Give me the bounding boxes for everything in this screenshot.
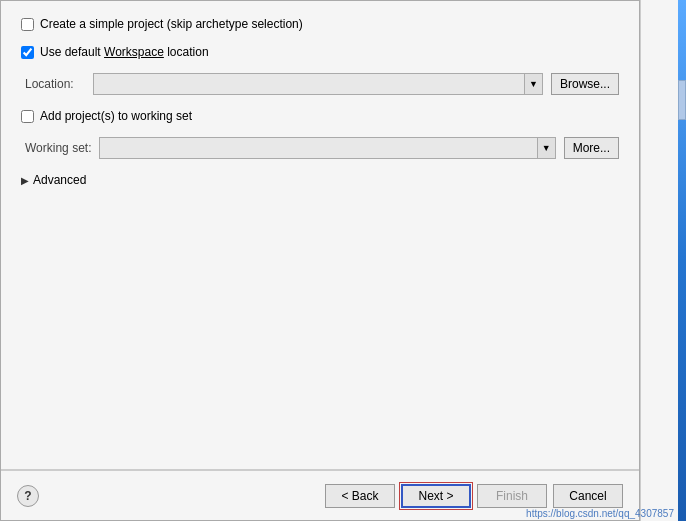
location-input[interactable]: [93, 73, 525, 95]
default-workspace-label: Use default Workspace location: [40, 45, 209, 59]
working-set-field-row: Working set: ▼ More...: [21, 137, 619, 159]
advanced-label: Advanced: [33, 173, 86, 187]
help-button[interactable]: ?: [17, 485, 39, 507]
dialog-content: Create a simple project (skip archetype …: [1, 1, 639, 469]
working-set-label: Add project(s) to working set: [40, 109, 192, 123]
advanced-arrow-icon: ▶: [21, 175, 29, 186]
footer-left: ?: [17, 485, 39, 507]
location-label: Location:: [25, 77, 85, 91]
more-button[interactable]: More...: [564, 137, 619, 159]
back-button[interactable]: < Back: [325, 484, 395, 508]
browse-button[interactable]: Browse...: [551, 73, 619, 95]
next-button[interactable]: Next >: [401, 484, 471, 508]
working-set-input-combo: ▼: [99, 137, 555, 159]
simple-project-label: Create a simple project (skip archetype …: [40, 17, 303, 31]
working-set-dropdown-icon[interactable]: ▼: [538, 137, 556, 159]
working-set-label-field: Working set:: [25, 141, 91, 155]
watermark: https://blog.csdn.net/qq_4307857: [526, 508, 674, 519]
default-workspace-row: Use default Workspace location: [21, 45, 619, 59]
content-spacer: [21, 201, 619, 453]
working-set-input[interactable]: [99, 137, 537, 159]
footer-right: < Back Next > Finish Cancel: [325, 484, 623, 508]
advanced-row[interactable]: ▶ Advanced: [21, 173, 619, 187]
default-workspace-checkbox[interactable]: [21, 46, 34, 59]
working-set-row: Add project(s) to working set: [21, 109, 619, 123]
cancel-button[interactable]: Cancel: [553, 484, 623, 508]
working-set-checkbox[interactable]: [21, 110, 34, 123]
location-input-combo: ▼: [93, 73, 543, 95]
right-bar: [640, 0, 686, 521]
simple-project-row: Create a simple project (skip archetype …: [21, 17, 619, 31]
simple-project-checkbox[interactable]: [21, 18, 34, 31]
scrollbar-track: [678, 0, 686, 521]
scrollbar-thumb[interactable]: [678, 80, 686, 120]
finish-button[interactable]: Finish: [477, 484, 547, 508]
dialog: Create a simple project (skip archetype …: [0, 0, 640, 521]
location-dropdown-icon[interactable]: ▼: [525, 73, 543, 95]
location-row: Location: ▼ Browse...: [21, 73, 619, 95]
